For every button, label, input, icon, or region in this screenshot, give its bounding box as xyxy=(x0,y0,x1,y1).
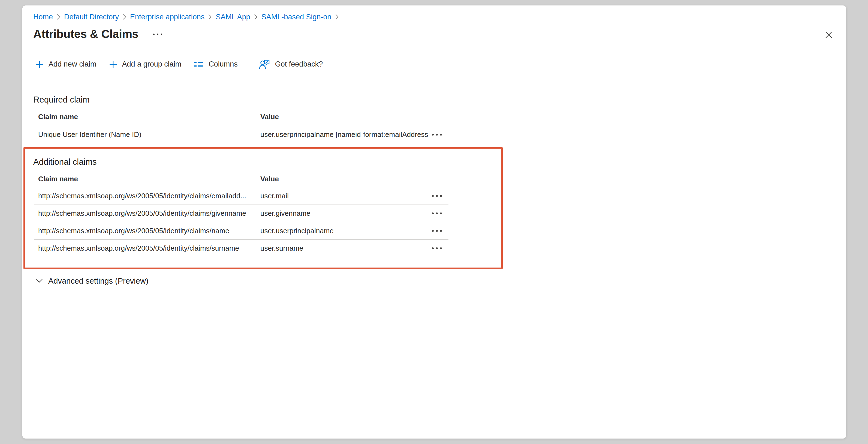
close-button[interactable] xyxy=(823,29,834,40)
claim-name-cell: http://schemas.xmlsoap.org/ws/2005/05/id… xyxy=(34,227,260,235)
dot xyxy=(440,230,442,232)
attributes-claims-blade: Home Default Directory Enterprise applic… xyxy=(22,5,846,439)
dot xyxy=(432,230,434,232)
page-title: Attributes & Claims xyxy=(33,28,138,41)
dot xyxy=(436,134,438,136)
claim-value-cell: user.userprincipalname [nameid-format:em… xyxy=(260,130,429,139)
additional-claims-table: Claim name Value http://schemas.xmlsoap.… xyxy=(34,171,448,257)
chevron-right-icon xyxy=(123,14,126,20)
dot xyxy=(440,247,442,249)
table-row[interactable]: http://schemas.xmlsoap.org/ws/2005/05/id… xyxy=(34,205,448,222)
column-header-value: Value xyxy=(260,175,429,183)
breadcrumb: Home Default Directory Enterprise applic… xyxy=(33,12,343,22)
got-feedback-label: Got feedback? xyxy=(275,60,323,68)
claim-name-cell: Unique User Identifier (Name ID) xyxy=(34,130,260,139)
claim-value-cell: user.userprincipalname xyxy=(260,227,429,235)
breadcrumb-item-home[interactable]: Home xyxy=(33,13,53,21)
got-feedback-button[interactable]: Got feedback? xyxy=(256,57,325,72)
row-context-menu-button[interactable] xyxy=(432,211,442,216)
claim-name-cell: http://schemas.xmlsoap.org/ws/2005/05/id… xyxy=(34,244,260,253)
required-claim-heading: Required claim xyxy=(33,94,90,106)
dot xyxy=(440,212,442,214)
add-group-claim-button[interactable]: Add a group claim xyxy=(107,58,184,70)
chevron-right-icon xyxy=(208,14,212,20)
claim-value-cell: user.mail xyxy=(260,192,429,200)
breadcrumb-item-saml-app[interactable]: SAML App xyxy=(216,13,250,21)
add-group-claim-label: Add a group claim xyxy=(122,60,182,68)
breadcrumb-item-saml-based-sign-on[interactable]: SAML-based Sign-on xyxy=(261,13,332,21)
claim-name-cell: http://schemas.xmlsoap.org/ws/2005/05/id… xyxy=(34,209,260,218)
required-claim-table: Claim name Value Unique User Identifier … xyxy=(34,109,448,144)
column-header-claim-name: Claim name xyxy=(34,113,260,121)
claim-name-cell: http://schemas.xmlsoap.org/ws/2005/05/id… xyxy=(34,192,260,200)
row-context-menu-button[interactable] xyxy=(432,228,442,233)
columns-icon xyxy=(194,61,204,68)
blade-more-options-button[interactable] xyxy=(151,31,164,37)
chevron-right-icon xyxy=(335,14,339,20)
dot xyxy=(432,212,434,214)
claim-value-cell: user.givenname xyxy=(260,209,429,218)
table-row[interactable]: http://schemas.xmlsoap.org/ws/2005/05/id… xyxy=(34,222,448,240)
column-header-value: Value xyxy=(260,113,429,121)
breadcrumb-item-default-directory[interactable]: Default Directory xyxy=(64,13,119,21)
dot xyxy=(432,134,434,136)
columns-label: Columns xyxy=(209,60,238,68)
claim-value-cell: user.surname xyxy=(260,244,429,253)
row-context-menu-button[interactable] xyxy=(432,194,442,199)
chevron-right-icon xyxy=(57,14,60,20)
chevron-right-icon xyxy=(254,14,258,20)
table-header-row: Claim name Value xyxy=(34,171,448,187)
add-new-claim-button[interactable]: Add new claim xyxy=(33,58,99,70)
dot xyxy=(436,195,438,197)
chevron-down-icon xyxy=(35,279,43,283)
advanced-settings-toggle[interactable]: Advanced settings (Preview) xyxy=(33,275,151,287)
advanced-settings-label: Advanced settings (Preview) xyxy=(48,276,149,286)
dot xyxy=(440,195,442,197)
row-context-menu-button[interactable] xyxy=(432,132,442,137)
dot xyxy=(436,247,438,249)
additional-claims-heading: Additional claims xyxy=(33,156,97,168)
plus-icon xyxy=(35,60,43,68)
breadcrumb-item-enterprise-applications[interactable]: Enterprise applications xyxy=(130,13,205,21)
dot xyxy=(432,247,434,249)
table-row[interactable]: http://schemas.xmlsoap.org/ws/2005/05/id… xyxy=(34,187,448,205)
dot xyxy=(436,212,438,214)
toolbar-divider xyxy=(248,58,248,70)
table-row[interactable]: Unique User Identifier (Name ID) user.us… xyxy=(34,125,448,144)
table-row[interactable]: http://schemas.xmlsoap.org/ws/2005/05/id… xyxy=(34,240,448,257)
column-header-claim-name: Claim name xyxy=(34,175,260,183)
title-row: Attributes & Claims xyxy=(33,26,164,42)
row-context-menu-button[interactable] xyxy=(432,246,442,251)
dot xyxy=(153,34,155,35)
dot xyxy=(157,34,158,35)
plus-icon xyxy=(109,60,117,68)
columns-button[interactable]: Columns xyxy=(192,58,240,70)
dot xyxy=(432,195,434,197)
add-new-claim-label: Add new claim xyxy=(49,60,96,68)
close-icon xyxy=(825,31,833,39)
feedback-icon xyxy=(259,59,270,70)
dot xyxy=(436,230,438,232)
dot xyxy=(440,134,442,136)
dot xyxy=(161,34,162,35)
toolbar: Add new claim Add a group claim Columns xyxy=(33,55,835,74)
table-header-row: Claim name Value xyxy=(34,109,448,125)
